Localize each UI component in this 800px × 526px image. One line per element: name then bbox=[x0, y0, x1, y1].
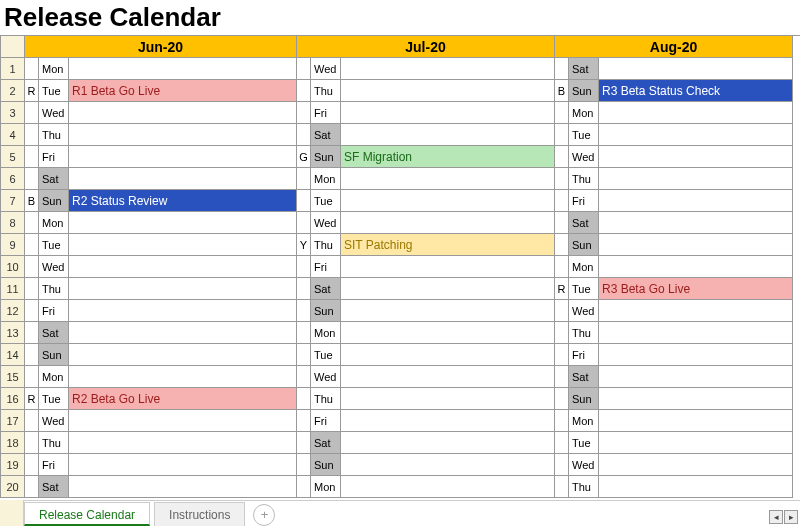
event-cell-jul[interactable] bbox=[341, 212, 555, 234]
day-cell-aug[interactable]: Tue bbox=[569, 124, 599, 146]
event-cell-jul[interactable] bbox=[341, 410, 555, 432]
flag-cell-jul[interactable] bbox=[297, 190, 311, 212]
day-cell-aug[interactable]: Wed bbox=[569, 300, 599, 322]
event-cell-jul[interactable] bbox=[341, 80, 555, 102]
row-number[interactable]: 18 bbox=[1, 432, 25, 454]
flag-cell-jul[interactable] bbox=[297, 278, 311, 300]
day-cell-jul[interactable]: Tue bbox=[311, 190, 341, 212]
flag-cell-jul[interactable] bbox=[297, 102, 311, 124]
flag-cell-jul[interactable] bbox=[297, 124, 311, 146]
flag-cell-jun[interactable] bbox=[25, 58, 39, 80]
flag-cell-aug[interactable] bbox=[555, 58, 569, 80]
flag-cell-jun[interactable] bbox=[25, 322, 39, 344]
event-cell-jul[interactable] bbox=[341, 124, 555, 146]
day-cell-aug[interactable]: Thu bbox=[569, 476, 599, 498]
flag-cell-aug[interactable] bbox=[555, 322, 569, 344]
day-cell-aug[interactable]: Wed bbox=[569, 146, 599, 168]
event-cell-aug[interactable] bbox=[599, 234, 793, 256]
day-cell-jun[interactable]: Mon bbox=[39, 212, 69, 234]
day-cell-jun[interactable]: Fri bbox=[39, 146, 69, 168]
day-cell-jul[interactable]: Sat bbox=[311, 278, 341, 300]
flag-cell-aug[interactable] bbox=[555, 454, 569, 476]
row-number[interactable]: 1 bbox=[1, 58, 25, 80]
day-cell-aug[interactable]: Mon bbox=[569, 410, 599, 432]
row-number[interactable]: 2 bbox=[1, 80, 25, 102]
day-cell-jul[interactable]: Mon bbox=[311, 476, 341, 498]
flag-cell-jun[interactable] bbox=[25, 168, 39, 190]
event-cell-jul[interactable]: SIT Patching bbox=[341, 234, 555, 256]
day-cell-aug[interactable]: Sun bbox=[569, 234, 599, 256]
event-cell-jun[interactable] bbox=[69, 102, 297, 124]
event-cell-jun[interactable] bbox=[69, 410, 297, 432]
flag-cell-jul[interactable]: Y bbox=[297, 234, 311, 256]
event-cell-aug[interactable] bbox=[599, 410, 793, 432]
day-cell-aug[interactable]: Fri bbox=[569, 190, 599, 212]
day-cell-jun[interactable]: Tue bbox=[39, 80, 69, 102]
tab-release-calendar[interactable]: Release Calendar bbox=[24, 502, 150, 526]
row-number[interactable]: 16 bbox=[1, 388, 25, 410]
flag-cell-jun[interactable] bbox=[25, 454, 39, 476]
event-cell-aug[interactable] bbox=[599, 344, 793, 366]
flag-cell-jul[interactable] bbox=[297, 388, 311, 410]
event-cell-jul[interactable] bbox=[341, 454, 555, 476]
row-number[interactable]: 17 bbox=[1, 410, 25, 432]
flag-cell-jul[interactable] bbox=[297, 168, 311, 190]
event-cell-aug[interactable] bbox=[599, 58, 793, 80]
row-number[interactable]: 19 bbox=[1, 454, 25, 476]
row-number[interactable]: 10 bbox=[1, 256, 25, 278]
day-cell-jun[interactable]: Thu bbox=[39, 124, 69, 146]
day-cell-aug[interactable]: Sun bbox=[569, 80, 599, 102]
row-number[interactable]: 20 bbox=[1, 476, 25, 498]
flag-cell-jul[interactable] bbox=[297, 212, 311, 234]
event-cell-aug[interactable] bbox=[599, 256, 793, 278]
month-header-jun[interactable]: Jun-20 bbox=[25, 36, 297, 58]
flag-cell-jul[interactable] bbox=[297, 344, 311, 366]
row-number[interactable]: 15 bbox=[1, 366, 25, 388]
day-cell-aug[interactable]: Thu bbox=[569, 322, 599, 344]
flag-cell-jun[interactable] bbox=[25, 102, 39, 124]
day-cell-aug[interactable]: Mon bbox=[569, 102, 599, 124]
month-header-aug[interactable]: Aug-20 bbox=[555, 36, 793, 58]
day-cell-jun[interactable]: Sat bbox=[39, 476, 69, 498]
event-cell-aug[interactable]: R3 Beta Status Check bbox=[599, 80, 793, 102]
day-cell-jun[interactable]: Mon bbox=[39, 366, 69, 388]
flag-cell-jun[interactable]: R bbox=[25, 388, 39, 410]
event-cell-jun[interactable] bbox=[69, 168, 297, 190]
event-cell-aug[interactable] bbox=[599, 124, 793, 146]
day-cell-jun[interactable]: Wed bbox=[39, 102, 69, 124]
event-cell-jul[interactable] bbox=[341, 58, 555, 80]
flag-cell-jul[interactable] bbox=[297, 80, 311, 102]
flag-cell-jun[interactable] bbox=[25, 212, 39, 234]
flag-cell-aug[interactable] bbox=[555, 300, 569, 322]
flag-cell-jun[interactable]: R bbox=[25, 80, 39, 102]
day-cell-aug[interactable]: Wed bbox=[569, 454, 599, 476]
event-cell-jun[interactable] bbox=[69, 366, 297, 388]
flag-cell-aug[interactable] bbox=[555, 366, 569, 388]
event-cell-aug[interactable] bbox=[599, 146, 793, 168]
event-cell-jun[interactable]: R2 Beta Go Live bbox=[69, 388, 297, 410]
add-sheet-button[interactable]: + bbox=[253, 504, 275, 526]
event-cell-aug[interactable] bbox=[599, 454, 793, 476]
row-number[interactable]: 4 bbox=[1, 124, 25, 146]
flag-cell-aug[interactable] bbox=[555, 256, 569, 278]
event-cell-aug[interactable] bbox=[599, 168, 793, 190]
day-cell-jul[interactable]: Tue bbox=[311, 344, 341, 366]
day-cell-jun[interactable]: Tue bbox=[39, 388, 69, 410]
day-cell-jun[interactable]: Sun bbox=[39, 344, 69, 366]
event-cell-jun[interactable] bbox=[69, 278, 297, 300]
event-cell-jun[interactable] bbox=[69, 146, 297, 168]
flag-cell-jun[interactable] bbox=[25, 278, 39, 300]
day-cell-jul[interactable]: Thu bbox=[311, 234, 341, 256]
row-number[interactable]: 13 bbox=[1, 322, 25, 344]
event-cell-aug[interactable] bbox=[599, 366, 793, 388]
event-cell-jun[interactable] bbox=[69, 476, 297, 498]
flag-cell-jun[interactable] bbox=[25, 146, 39, 168]
flag-cell-jun[interactable] bbox=[25, 344, 39, 366]
flag-cell-aug[interactable] bbox=[555, 410, 569, 432]
day-cell-jun[interactable]: Fri bbox=[39, 454, 69, 476]
event-cell-aug[interactable] bbox=[599, 388, 793, 410]
day-cell-aug[interactable]: Mon bbox=[569, 256, 599, 278]
flag-cell-jul[interactable] bbox=[297, 300, 311, 322]
flag-cell-jul[interactable] bbox=[297, 58, 311, 80]
day-cell-jun[interactable]: Sat bbox=[39, 322, 69, 344]
